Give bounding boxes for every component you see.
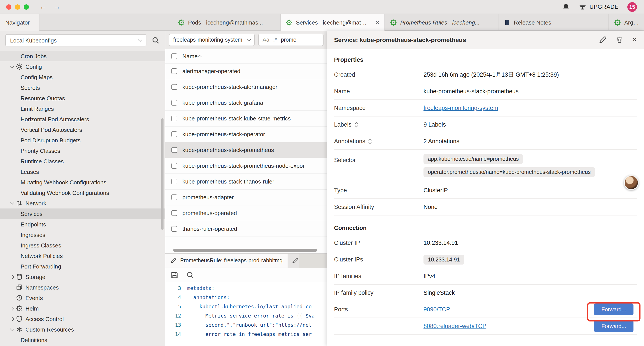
sidebar-item-cron-jobs[interactable]: Cron Jobs bbox=[0, 51, 165, 61]
sidebar-item-config-maps[interactable]: Config Maps bbox=[0, 72, 165, 82]
close-window-button[interactable] bbox=[6, 4, 12, 9]
chevron-down-icon[interactable] bbox=[9, 61, 15, 72]
notification-badge[interactable]: 15 bbox=[627, 2, 637, 11]
chevron-down-icon[interactable] bbox=[9, 198, 15, 209]
sidebar-item-ingresses[interactable]: Ingresses bbox=[0, 230, 165, 240]
minimize-window-button[interactable] bbox=[15, 4, 20, 9]
sidebar-scrollbar[interactable] bbox=[161, 118, 164, 230]
sidebar-item-custom-resources[interactable]: Custom Resources bbox=[0, 324, 165, 335]
table-row[interactable]: alertmanager-operated bbox=[165, 63, 327, 79]
sidebar-item-definitions[interactable]: Definitions bbox=[0, 335, 165, 345]
sidebar-item-leases[interactable]: Leases bbox=[0, 166, 165, 177]
sidebar-item-access-control[interactable]: Access Control bbox=[0, 314, 165, 324]
sidebar-item-pod-disruption-budgets[interactable]: Pod Disruption Budgets bbox=[0, 135, 165, 145]
table-row[interactable]: kube-prometheus-stack-alertmanager bbox=[165, 79, 327, 95]
sidebar-item-secrets[interactable]: Secrets bbox=[0, 82, 165, 93]
tab-prometheus-rules[interactable]: Prometheus Rules - icecheng... bbox=[385, 14, 498, 31]
dock-tab-hidden[interactable] bbox=[288, 254, 300, 268]
sidebar-item-vertical-pod-autoscalers[interactable]: Vertical Pod Autoscalers bbox=[0, 124, 165, 135]
tab-release-notes[interactable]: Release Notes bbox=[498, 14, 609, 31]
tab-services[interactable]: Services - icecheng@math... × bbox=[280, 14, 385, 31]
chevron-down-icon[interactable] bbox=[9, 324, 15, 335]
table-row[interactable]: kube-prometheus-stack-kube-state-metrics bbox=[165, 111, 327, 127]
upgrade-button[interactable]: UPGRADE bbox=[578, 3, 618, 11]
table-row[interactable]: kube-prometheus-stack-prometheus-node-ex… bbox=[165, 158, 327, 174]
row-checkbox[interactable] bbox=[172, 131, 177, 137]
sidebar-item-horizontal-pod-autoscalers[interactable]: Horizontal Pod Autoscalers bbox=[0, 114, 165, 124]
sidebar-item-priority-classes[interactable]: Priority Classes bbox=[0, 145, 165, 156]
avatar[interactable] bbox=[624, 175, 639, 190]
row-checkbox[interactable] bbox=[172, 163, 177, 169]
port-link[interactable]: 9090/TCP bbox=[424, 306, 450, 313]
sidebar-item-events[interactable]: Events bbox=[0, 293, 165, 303]
sidebar-item-ingress-classes[interactable]: Ingress Classes bbox=[0, 240, 165, 251]
chevron-right-icon[interactable] bbox=[9, 303, 15, 314]
sidebar-item-storage[interactable]: Storage bbox=[0, 272, 165, 282]
close-icon[interactable]: × bbox=[632, 35, 637, 44]
sidebar-item-services[interactable]: Services bbox=[0, 209, 165, 219]
row-checkbox[interactable] bbox=[172, 147, 177, 153]
sidebar-item-config[interactable]: Config bbox=[0, 61, 165, 72]
navigator-panel-tab[interactable]: Navigator bbox=[0, 14, 40, 31]
table-row[interactable]: prometheus-operated bbox=[165, 205, 327, 221]
table-row-selected[interactable]: kube-prometheus-stack-prometheus bbox=[165, 142, 327, 158]
maximize-window-button[interactable] bbox=[24, 4, 29, 9]
table-row[interactable]: prometheus-adapter bbox=[165, 190, 327, 205]
sidebar-item-resource-quotas[interactable]: Resource Quotas bbox=[0, 93, 165, 103]
name-column-header[interactable]: Name bbox=[182, 53, 201, 59]
back-arrow-icon[interactable]: ← bbox=[40, 3, 47, 10]
namespace-selector[interactable]: freeleaps-monitoring-system bbox=[169, 33, 255, 46]
sidebar-item-helm[interactable]: Helm bbox=[0, 303, 165, 314]
sidebar-item-runtime-classes[interactable]: Runtime Classes bbox=[0, 156, 165, 166]
chevron-right-icon[interactable] bbox=[9, 314, 15, 324]
sidebar-item-namespaces[interactable]: Namespaces bbox=[0, 282, 165, 293]
sidebar-item-mutating-webhook-configurations[interactable]: Mutating Webhook Configurations bbox=[0, 177, 165, 187]
row-checkbox[interactable] bbox=[172, 116, 177, 121]
clock-icon bbox=[16, 294, 23, 301]
select-all-checkbox[interactable] bbox=[172, 53, 177, 59]
table-row[interactable]: kube-prometheus-stack-operator bbox=[165, 127, 327, 142]
search-icon[interactable] bbox=[186, 271, 194, 279]
match-case-toggle[interactable]: Aa bbox=[262, 36, 270, 43]
property-value: 9 Labels bbox=[424, 121, 446, 128]
row-checkbox[interactable] bbox=[172, 210, 177, 216]
save-icon[interactable] bbox=[170, 271, 178, 279]
sidebar-item-validating-webhook-configurations[interactable]: Validating Webhook Configurations bbox=[0, 187, 165, 198]
edit-pencil-icon[interactable] bbox=[599, 36, 607, 43]
row-checkbox[interactable] bbox=[172, 100, 177, 106]
trash-icon[interactable] bbox=[616, 36, 624, 43]
row-checkbox[interactable] bbox=[172, 84, 177, 90]
table-row[interactable]: kube-prometheus-stack-grafana bbox=[165, 95, 327, 111]
search-icon[interactable] bbox=[152, 36, 160, 44]
tab-argo[interactable]: Argo S bbox=[609, 14, 644, 31]
chevron-right-icon[interactable] bbox=[9, 272, 15, 282]
close-tab-icon[interactable]: × bbox=[372, 19, 379, 26]
yaml-editor[interactable]: 3metadata: 4 annotations: 5 kubectl.kube… bbox=[165, 282, 327, 346]
sidebar-item-limit-ranges[interactable]: Limit Ranges bbox=[0, 103, 165, 114]
sidebar-item-label: Ingresses bbox=[20, 232, 45, 238]
forward-arrow-icon[interactable]: → bbox=[53, 3, 60, 10]
kubeconfig-selector[interactable]: Local Kubeconfigs bbox=[5, 34, 146, 46]
sidebar-item-network[interactable]: Network bbox=[0, 198, 165, 209]
expand-collapse-icon[interactable] bbox=[368, 138, 372, 144]
namespace-link[interactable]: freeleaps-monitoring-system bbox=[424, 105, 498, 111]
dock-tab-prometheusrule[interactable]: PrometheusRule: freeleaps-prod-rabbitmq bbox=[165, 254, 288, 268]
expand-collapse-icon[interactable] bbox=[354, 122, 358, 128]
row-checkbox[interactable] bbox=[172, 68, 177, 74]
search-input[interactable]: Aa .* prome bbox=[258, 33, 324, 46]
row-checkbox[interactable] bbox=[172, 179, 177, 184]
forward-button[interactable]: Forward... bbox=[594, 304, 634, 315]
table-row[interactable]: thanos-ruler-operated bbox=[165, 221, 327, 237]
sidebar-item-endpoints[interactable]: Endpoints bbox=[0, 219, 165, 230]
row-checkbox[interactable] bbox=[172, 226, 177, 232]
table-row[interactable]: kube-prometheus-stack-thanos-ruler bbox=[165, 174, 327, 190]
sidebar-item-port-forwarding[interactable]: Port Forwarding bbox=[0, 261, 165, 272]
regex-toggle[interactable]: .* bbox=[273, 36, 277, 43]
row-checkbox[interactable] bbox=[172, 194, 177, 200]
bell-icon[interactable] bbox=[562, 3, 570, 11]
horizontal-scrollbar[interactable] bbox=[173, 249, 317, 252]
sidebar-item-network-policies[interactable]: Network Policies bbox=[0, 251, 165, 261]
port-link[interactable]: 8080:reloader-web/TCP bbox=[424, 323, 486, 329]
forward-button[interactable]: Forward... bbox=[594, 320, 634, 332]
tab-pods[interactable]: Pods - icecheng@mathmas... bbox=[173, 14, 280, 31]
